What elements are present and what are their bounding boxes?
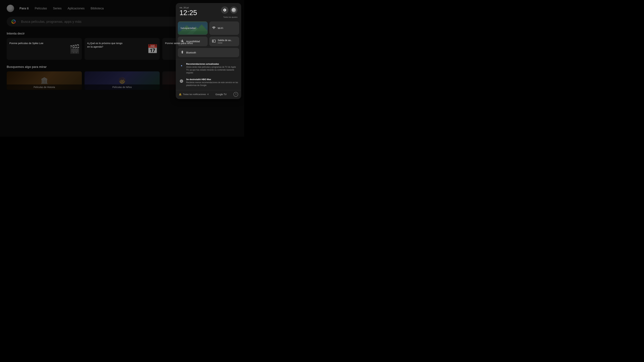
nav-item-peliculas[interactable]: Películas (35, 7, 47, 10)
notif-recomendaciones-body: Ahora verás más películas y programas de… (186, 66, 238, 74)
bluetooth-label: Bluetooth (186, 51, 196, 54)
gear-icon (223, 8, 226, 12)
footer-notif-count: 4 (207, 93, 208, 95)
nav-item-biblioteca[interactable]: Biblioteca (90, 7, 104, 10)
notifications-section: ✦ Recomendaciones actualizadas Ahora ver… (176, 59, 241, 90)
panel-datetime: vie, 26 jul 12:25 (180, 6, 197, 16)
hdmi-icon (212, 39, 216, 44)
media-card-historia[interactable]: 🏛️ Películas de Historia (7, 71, 82, 90)
panel-date: vie, 26 jul (180, 6, 197, 9)
google-mic-icon: · · (12, 19, 18, 24)
media-label-historia: Películas de Historia (7, 84, 82, 90)
panel-header-icons: Todos los ajustes (221, 6, 238, 18)
footer-notif-row: 🔔 Todas las notificaciones 4 (179, 93, 209, 96)
wifi-icon (212, 26, 216, 30)
help-button[interactable]: ? (234, 92, 238, 97)
card-spike-lee[interactable]: Ponme películas de Spike Lee 🎬 (7, 38, 82, 60)
avatar-icon (232, 8, 236, 12)
panel-footer: 🔔 Todas las notificaciones 4 Google TV ? (176, 90, 241, 99)
settings-button[interactable] (221, 6, 228, 14)
user-avatar-panel[interactable] (230, 6, 238, 14)
notif-recomendaciones-content: Recomendaciones actualizadas Ahora verás… (186, 63, 238, 74)
nav-item-para-ti[interactable]: Para ti (20, 7, 29, 10)
footer-notif-text[interactable]: Todas las notificaciones (183, 93, 206, 95)
notif-hbo-body: Recibirás menos recomendaciones de este … (186, 81, 238, 87)
card-agenda-emoji: 📅 (147, 44, 158, 54)
salvapantallas-label: Salvapantallas (180, 27, 196, 29)
notif-recomendaciones[interactable]: ✦ Recomendaciones actualizadas Ahora ver… (178, 61, 239, 76)
minus-circle-icon (179, 78, 184, 84)
media-label-ninos: Películas de Niños (84, 84, 160, 90)
card-spike-lee-text: Ponme películas de Spike Lee (10, 41, 44, 45)
svg-point-5 (182, 39, 183, 40)
panel-time: 12:25 (180, 9, 197, 16)
settings-label: Todos los ajustes (224, 16, 238, 18)
notif-hbo[interactable]: Se desinstalló HBO Max Recibirás menos r… (178, 76, 239, 89)
header-icon-row (221, 6, 238, 14)
salida-audio-label: Salida de au.. (218, 39, 232, 41)
salida-audio-info: Salida de au.. HDMI (218, 39, 232, 44)
bell-icon: 🔔 (179, 93, 182, 96)
qs-bluetooth[interactable]: Bluetooth (178, 48, 239, 57)
qs-salida-audio[interactable]: Salida de au.. HDMI (209, 36, 239, 46)
wifi-label: Wi-Fi (218, 27, 223, 29)
nav-items: Para ti Películas Series Aplicaciones Bi… (20, 7, 104, 10)
card-agenda-text: #¿Qué es lo próximo que tengo en la agen… (87, 41, 126, 48)
bluetooth-icon (180, 50, 184, 55)
footer-app-name: Google TV (215, 93, 226, 96)
nav-item-aplicaciones[interactable]: Aplicaciones (68, 7, 84, 10)
media-card-ninos[interactable]: 🧒 Películas de Niños (84, 71, 160, 90)
salvapantallas-content: Salvapantallas (178, 24, 198, 32)
card-series-ninos-text: Ponme series para niños (165, 41, 193, 45)
notif-hbo-content: Se desinstalló HBO Max Recibirás menos r… (186, 78, 238, 87)
notif-hbo-title: Se desinstalló HBO Max (186, 78, 238, 81)
qs-wifi[interactable]: Wi-Fi (209, 21, 239, 35)
card-agenda[interactable]: #¿Qué es lo próximo que tengo en la agen… (84, 38, 160, 60)
panel-header: vie, 26 jul 12:25 Todos los ajustes (176, 3, 241, 20)
nav-item-series[interactable]: Series (53, 7, 62, 10)
user-avatar[interactable] (7, 5, 14, 12)
notif-recomendaciones-title: Recomendaciones actualizadas (186, 63, 238, 65)
overlay-panel: vie, 26 jul 12:25 Todos los ajustes (176, 3, 241, 99)
salida-audio-sub: HDMI (218, 42, 232, 44)
search-placeholder: Busca películas, programas, apps y más (21, 20, 81, 24)
star-icon: ✦ (179, 63, 184, 68)
card-spike-lee-emoji: 🎬 (69, 44, 80, 54)
qs-salvapantallas[interactable]: Salvapantallas (178, 21, 208, 35)
quick-settings: Salvapantallas Wi-Fi Accesibilidad (176, 20, 241, 59)
